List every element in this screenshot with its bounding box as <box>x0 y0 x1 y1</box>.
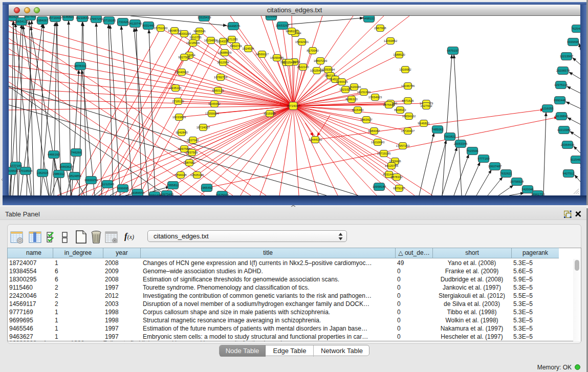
svg-text:12093852: 12093852 <box>384 39 398 42</box>
svg-text:9427512: 9427512 <box>562 172 575 175</box>
svg-text:10719185: 10719185 <box>377 152 391 155</box>
svg-text:10958187: 10958187 <box>373 185 386 188</box>
svg-text:6466160: 6466160 <box>48 153 60 156</box>
svg-text:9384067: 9384067 <box>36 19 49 22</box>
svg-text:14120746: 14120746 <box>128 22 142 25</box>
svg-text:6939695: 6939695 <box>567 40 579 43</box>
svg-text:1588520: 1588520 <box>393 53 405 56</box>
svg-text:15692901: 15692901 <box>295 40 309 43</box>
svg-text:8990448: 8990448 <box>554 99 566 102</box>
svg-text:17957253: 17957253 <box>396 144 410 147</box>
svg-text:9699695: 9699695 <box>117 187 129 190</box>
svg-text:7485063: 7485063 <box>431 128 444 131</box>
svg-text:11212345: 11212345 <box>101 183 115 186</box>
svg-text:12213382: 12213382 <box>557 128 571 132</box>
svg-text:10654122: 10654122 <box>402 115 416 118</box>
svg-text:6794028: 6794028 <box>175 173 187 177</box>
svg-text:2935114: 2935114 <box>170 86 182 90</box>
svg-text:16640910: 16640910 <box>175 71 189 74</box>
svg-text:19756928: 19756928 <box>510 180 524 183</box>
svg-text:9463627: 9463627 <box>360 118 373 121</box>
svg-text:19300253: 19300253 <box>84 179 98 182</box>
svg-text:17016504: 17016504 <box>19 169 33 172</box>
svg-text:1733426: 1733426 <box>117 20 129 24</box>
svg-text:3878332: 3878332 <box>390 176 403 179</box>
svg-text:1916682: 1916682 <box>399 68 411 71</box>
svg-text:16033809: 16033809 <box>172 116 186 119</box>
svg-text:9115460: 9115460 <box>571 158 580 161</box>
svg-text:2087682: 2087682 <box>183 161 195 164</box>
svg-text:1610755: 1610755 <box>189 36 202 39</box>
svg-text:16449576: 16449576 <box>227 25 241 28</box>
svg-text:15720407: 15720407 <box>49 16 62 19</box>
svg-text:9384067: 9384067 <box>368 129 380 133</box>
svg-text:12444150: 12444150 <box>309 138 322 141</box>
svg-text:17359924: 17359924 <box>205 112 219 115</box>
svg-text:10607487: 10607487 <box>488 165 502 168</box>
svg-text:6879197: 6879197 <box>447 49 459 52</box>
svg-text:8186323: 8186323 <box>345 98 358 101</box>
svg-text:9146821: 9146821 <box>62 16 74 18</box>
svg-text:1527602: 1527602 <box>24 16 36 18</box>
svg-text:9115460: 9115460 <box>352 108 364 112</box>
svg-text:18807299: 18807299 <box>314 59 328 62</box>
svg-text:746266: 746266 <box>71 151 82 154</box>
svg-text:18300295: 18300295 <box>178 32 191 35</box>
svg-text:9245652: 9245652 <box>208 102 221 105</box>
svg-text:9329966: 9329966 <box>265 16 277 18</box>
svg-text:3875645: 3875645 <box>383 103 395 106</box>
svg-text:17957253: 17957253 <box>90 17 103 20</box>
svg-text:7625402: 7625402 <box>571 27 580 30</box>
svg-text:1965492: 1965492 <box>201 186 213 189</box>
svg-text:3878332: 3878332 <box>74 64 86 68</box>
svg-text:12505135: 12505135 <box>190 173 204 177</box>
svg-text:7632621: 7632621 <box>500 172 512 175</box>
svg-text:6837505: 6837505 <box>186 151 198 154</box>
svg-text:11675000: 11675000 <box>215 193 229 195</box>
svg-text:10688609: 10688609 <box>218 51 232 54</box>
svg-text:8031440: 8031440 <box>142 24 155 27</box>
svg-text:15720407: 15720407 <box>401 129 415 133</box>
svg-text:2967608: 2967608 <box>374 27 386 30</box>
svg-text:9465546: 9465546 <box>193 30 206 33</box>
svg-text:1244415: 1244415 <box>336 80 348 83</box>
svg-text:18724007: 18724007 <box>197 126 210 129</box>
svg-text:7515546: 7515546 <box>466 149 478 152</box>
svg-text:18724007: 18724007 <box>287 104 300 107</box>
svg-text:20053346: 20053346 <box>454 142 468 145</box>
svg-text:6879197: 6879197 <box>393 187 405 190</box>
svg-text:16210643: 16210643 <box>76 16 90 19</box>
svg-text:20364436: 20364436 <box>561 143 575 146</box>
svg-text:1621025: 1621025 <box>339 88 352 91</box>
svg-text:8660123: 8660123 <box>212 89 224 92</box>
svg-text:2986312: 2986312 <box>53 172 65 176</box>
svg-text:8215958: 8215958 <box>264 112 276 115</box>
svg-text:14099485: 14099485 <box>270 56 284 59</box>
svg-text:6216055: 6216055 <box>541 107 554 110</box>
svg-text:9227342: 9227342 <box>187 139 199 142</box>
svg-text:20206578: 20206578 <box>556 69 570 72</box>
svg-text:1362615: 1362615 <box>36 171 49 174</box>
svg-text:2420046: 2420046 <box>521 188 534 191</box>
svg-text:10973493: 10973493 <box>160 193 174 195</box>
svg-text:12213967: 12213967 <box>560 55 574 58</box>
svg-text:14136841: 14136841 <box>555 115 569 118</box>
svg-text:16151320: 16151320 <box>357 91 371 94</box>
svg-text:16409500: 16409500 <box>9 169 18 172</box>
svg-text:8454749: 8454749 <box>230 45 242 48</box>
svg-text:19384554: 19384554 <box>131 191 145 194</box>
svg-text:8471626: 8471626 <box>402 99 414 102</box>
svg-text:9327505: 9327505 <box>178 56 190 59</box>
svg-text:14120746: 14120746 <box>385 164 399 167</box>
svg-text:14569117: 14569117 <box>255 53 269 56</box>
svg-text:9242845: 9242845 <box>176 131 188 134</box>
svg-text:10046786: 10046786 <box>401 84 415 87</box>
svg-text:9777169: 9777169 <box>477 157 490 160</box>
svg-text:1527602: 1527602 <box>420 104 432 107</box>
svg-text:10782759: 10782759 <box>214 76 228 79</box>
svg-text:17654923: 17654923 <box>368 96 382 99</box>
svg-text:8938913: 8938913 <box>394 108 406 112</box>
svg-text:13524851: 13524851 <box>68 174 82 178</box>
svg-text:19218906: 19218906 <box>186 41 200 45</box>
svg-text:16961758: 16961758 <box>531 193 545 195</box>
